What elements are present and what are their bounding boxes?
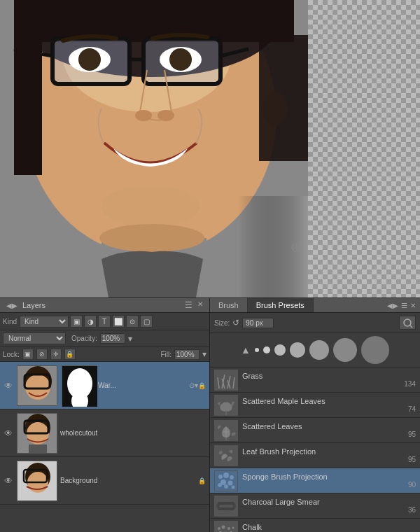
svg-point-67	[224, 484, 228, 489]
lock-move-btn[interactable]: ✛	[50, 349, 62, 360]
layers-panel: ◀▶ Layers ☰ ✕ Kind Kind Name Effect ▣ ◑ …	[0, 298, 210, 532]
lock-all-btn[interactable]: 🔒	[64, 349, 76, 360]
brush-panel-menu-btn[interactable]: ☰	[401, 302, 407, 309]
brush-preset-charcoal[interactable]: Charcoal Large Smear 36	[210, 493, 420, 519]
panel-collapse-brush-btn[interactable]: ◀▶	[387, 302, 398, 309]
size-input[interactable]: 90 px	[242, 318, 274, 328]
brush-preset-maple-leaves[interactable]: Scattered Maple Leaves 74	[210, 393, 420, 418]
opacity-input[interactable]: 100%	[100, 333, 125, 344]
svg-rect-25	[259, 35, 308, 161]
lock-row: Lock: ▣ ⊘ ✛ 🔒 Fill: 100% ▾	[0, 347, 209, 362]
brush-size-leaf-proj: 95	[242, 456, 416, 463]
brush-name-grass: Grass	[242, 372, 416, 380]
brush-thumb-grass	[214, 370, 238, 391]
filter-toggle-btn[interactable]: ▢	[140, 315, 153, 328]
brush-circle-1	[255, 348, 259, 352]
canvas-transparency-right	[308, 0, 420, 298]
layer-option-dot: ⊙	[189, 382, 195, 389]
svg-point-61	[218, 475, 223, 479]
brush-name-charcoal: Charcoal Large Smear	[242, 498, 416, 506]
svg-point-17	[135, 110, 152, 121]
svg-point-77	[232, 526, 234, 528]
panel-collapse-btn[interactable]: ◀▶	[4, 302, 20, 309]
svg-point-62	[223, 472, 229, 478]
fill-label: Fill:	[160, 351, 172, 358]
brush-thumb-maple-leaves	[214, 395, 238, 416]
svg-point-14	[78, 48, 101, 71]
lock-label: Lock:	[3, 351, 20, 358]
filter-shape-btn[interactable]: ⬜	[112, 315, 125, 328]
brush-preset-leaf-projection[interactable]: Leaf Brush Projection 95	[210, 443, 420, 468]
fill-input[interactable]: 100%	[174, 349, 200, 360]
brush-thumb-charcoal	[214, 496, 238, 517]
layers-panel-header: ◀▶ Layers ☰ ✕	[0, 298, 209, 313]
brush-preset-chalk[interactable]: Chalk 36	[210, 519, 420, 532]
svg-text:⊕: ⊕	[290, 239, 302, 255]
brush-panel-close-btn[interactable]: ✕	[410, 302, 416, 309]
filter-smart-btn[interactable]: ⊙	[126, 315, 139, 328]
panel-close-btn[interactable]: ✕	[195, 300, 205, 310]
svg-rect-39	[29, 444, 47, 454]
svg-point-66	[218, 483, 222, 487]
brush-scroll-left[interactable]: ▲	[241, 344, 251, 356]
layer-mask-war	[62, 365, 97, 406]
layer-item-war[interactable]: 👁	[0, 362, 209, 410]
layer-name-wholecutout: wholecutout	[60, 429, 206, 437]
layers-toolbar: Kind Kind Name Effect ▣ ◑ T ⬜ ⊙ ▢	[0, 313, 209, 330]
lock-checkerboard-btn[interactable]: ▣	[22, 349, 34, 360]
brush-size-sponge: 90	[242, 481, 416, 489]
brush-preset-sponge[interactable]: Sponge Brush Projection 90	[210, 468, 420, 493]
layer-kind-select[interactable]: Kind Name Effect	[20, 316, 69, 328]
layer-eye-background[interactable]: 👁	[3, 476, 14, 486]
brush-tabs: Brush Brush Presets ◀▶ ☰ ✕	[210, 298, 420, 313]
layer-eye-war[interactable]: 👁	[3, 381, 14, 391]
svg-rect-5	[14, 0, 294, 42]
tab-brush-presets[interactable]: Brush Presets	[248, 298, 314, 312]
brush-circle-6	[333, 338, 357, 362]
brush-preset-scattered-leaves[interactable]: Scattered Leaves 95	[210, 418, 420, 443]
svg-point-63	[230, 475, 234, 479]
fill-dropdown-btn[interactable]: ▾	[202, 349, 206, 359]
brush-name-sponge: Sponge Brush Projection	[242, 472, 416, 481]
tab-brush[interactable]: Brush	[210, 298, 248, 312]
brush-circle-5	[309, 340, 329, 360]
svg-rect-24	[14, 35, 42, 175]
brush-size-charcoal: 36	[242, 506, 416, 514]
layers-blend-row: Normal Multiply Screen Opacity: 100% ▾	[0, 330, 209, 347]
brush-preview-row: ▲	[210, 333, 420, 368]
filter-pixel-btn[interactable]: ▣	[70, 315, 83, 328]
brush-circle-7	[361, 336, 389, 364]
layer-eye-wholecutout[interactable]: 👁	[3, 428, 14, 438]
blend-mode-select[interactable]: Normal Multiply Screen	[3, 332, 66, 344]
lock-gradient-btn[interactable]: ⊘	[36, 349, 48, 360]
filter-adjust-btn[interactable]: ◑	[84, 315, 97, 328]
layers-panel-title: Layers	[22, 301, 46, 309]
svg-point-68	[232, 485, 235, 489]
layers-list: 👁	[0, 362, 209, 532]
layer-thumb-war	[17, 365, 57, 406]
layer-thumb-background	[17, 461, 57, 501]
brush-size-grass: 134	[242, 380, 416, 388]
layer-item-wholecutout[interactable]: 👁 wholecutout	[0, 410, 209, 457]
brush-name-scattered-leaves: Scattered Leaves	[242, 422, 416, 430]
size-refresh-btn[interactable]: ↺	[232, 318, 239, 328]
opacity-dropdown-btn[interactable]: ▾	[128, 334, 132, 344]
brush-preset-grass[interactable]: Grass 134	[210, 368, 420, 393]
layer-item-background[interactable]: 👁 Background 🔒	[0, 457, 209, 505]
brush-name-maple-leaves: Scattered Maple Leaves	[242, 397, 416, 405]
layer-name-background: Background	[60, 477, 198, 484]
layer-name-war: War...	[98, 382, 189, 389]
svg-rect-72	[219, 505, 233, 507]
filter-type-btn[interactable]: T	[98, 315, 111, 328]
layer-lock-background: 🔒	[198, 477, 206, 484]
brush-thumb-leaf-projection	[214, 445, 238, 466]
brush-thumb-scattered-leaves	[214, 420, 238, 441]
layer-lock-war: 🔒	[198, 382, 206, 389]
brush-preset-list: Grass 134 Scattered Ma	[210, 368, 420, 532]
size-extra-btn[interactable]	[399, 316, 416, 330]
panels-area: ◀▶ Layers ☰ ✕ Kind Kind Name Effect ▣ ◑ …	[0, 298, 420, 532]
opacity-label: Opacity:	[71, 335, 97, 342]
svg-point-76	[227, 527, 230, 530]
panel-menu-btn[interactable]: ☰	[185, 300, 192, 310]
size-label: Size:	[214, 319, 230, 327]
